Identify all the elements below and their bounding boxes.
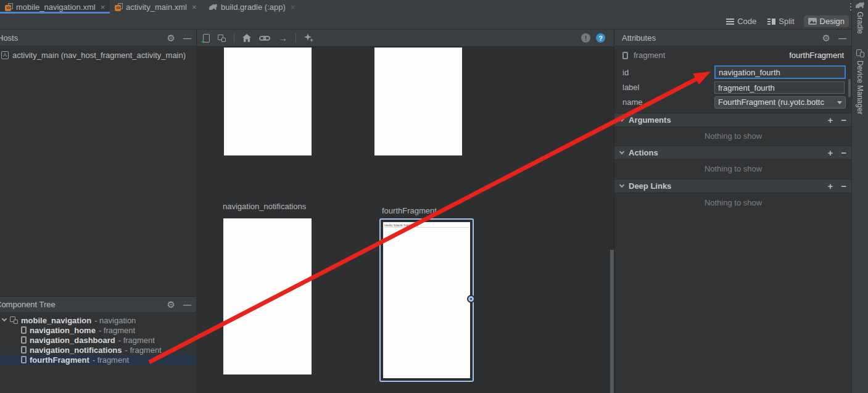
tree-item-name: navigation_dashboard (30, 336, 115, 345)
add-icon[interactable]: + (827, 115, 833, 125)
split-mode-label: Split (779, 17, 794, 26)
section-deep-links[interactable]: Deep Links + − (614, 179, 852, 193)
hosts-panel-header: Hosts ⚙ — (0, 30, 196, 46)
design-icon (808, 18, 817, 25)
fragment-preview-text: Hello blank fragment (384, 223, 469, 228)
navigation-graph-canvas[interactable]: navigation_notifications fourthFragment … (196, 47, 614, 393)
editor-tab-bar: <> mobile_navigation.xml × <> activity_m… (0, 0, 851, 14)
deep-links-empty-text: Nothing to show (614, 198, 852, 207)
arguments-empty-text: Nothing to show (614, 131, 852, 141)
tool-window-strip: Gradle Device Manager (851, 0, 868, 393)
nested-graph-icon[interactable] (218, 35, 226, 42)
toolbar-separator (296, 33, 296, 43)
hide-panel-icon[interactable]: — (183, 33, 191, 43)
auto-arrange-icon[interactable] (304, 33, 313, 43)
section-arguments[interactable]: Arguments + − (614, 113, 852, 127)
fragment-icon (21, 356, 27, 363)
gradle-tool-button[interactable]: Gradle (852, 2, 868, 34)
home-icon[interactable] (242, 34, 251, 42)
tree-item-type: - navigation (94, 316, 136, 325)
activity-icon: A (1, 51, 9, 59)
id-field-label: id (622, 68, 629, 77)
chevron-down-icon[interactable] (2, 316, 7, 321)
attributes-scrollbar[interactable] (848, 79, 851, 97)
help-icon[interactable]: ? (596, 33, 605, 43)
tree-item-type: - fragment (118, 336, 155, 345)
design-mode-button[interactable]: Design (804, 15, 849, 27)
deep-link-icon[interactable] (259, 35, 270, 41)
destination-label-fourth[interactable]: fourthFragment (382, 206, 437, 215)
tree-item-type: - fragment (99, 326, 135, 335)
actions-empty-text: Nothing to show (614, 164, 852, 173)
gear-icon[interactable]: ⚙ (167, 300, 175, 309)
warning-icon[interactable]: ! (581, 33, 590, 43)
tree-item-name: mobile_navigation (21, 316, 91, 325)
device-manager-tool-button[interactable]: Device Manager (852, 49, 868, 114)
hosts-panel-title: Hosts (0, 33, 18, 43)
chevron-down-icon (619, 149, 624, 154)
tree-item-type: - fragment (125, 345, 162, 355)
tree-item-navigation-home[interactable]: navigation_home - fragment (0, 325, 196, 335)
host-item-label: activity_main (nav_host_fragment_activit… (12, 51, 186, 60)
host-item-activity-main[interactable]: A activity_main (nav_host_fragment_activ… (0, 46, 196, 60)
remove-icon[interactable]: − (841, 147, 846, 158)
id-input[interactable] (714, 65, 846, 79)
tab-label: activity_main.xml (126, 2, 187, 12)
new-destination-icon[interactable]: + (203, 34, 210, 43)
fragment-icon (21, 336, 27, 344)
tab-activity-main[interactable]: <> activity_main.xml × (110, 0, 204, 14)
add-icon[interactable]: + (827, 147, 833, 158)
gear-icon[interactable]: ⚙ (822, 33, 830, 43)
tree-item-type: - fragment (93, 355, 129, 365)
destination-preview-dashboard[interactable] (374, 48, 462, 155)
component-tree-panel: Component Tree ⚙ — mobile_navigation - n… (0, 296, 196, 393)
tab-build-gradle[interactable]: build.gradle (:app) × (204, 0, 297, 14)
device-manager-tool-label: Device Manager (856, 60, 864, 114)
name-dropdown[interactable]: FourthFragment (ru.yotc.bottc (714, 96, 846, 109)
hide-panel-icon[interactable]: — (183, 300, 191, 309)
tab-mobile-navigation[interactable]: <> mobile_navigation.xml × (0, 0, 110, 14)
tree-item-navigation-dashboard[interactable]: navigation_dashboard - fragment (0, 335, 196, 345)
chevron-down-icon (837, 101, 842, 104)
close-icon[interactable]: × (291, 2, 296, 12)
tree-item-name: fourthFragment (30, 355, 89, 365)
close-icon[interactable]: × (192, 2, 197, 12)
fragment-icon (21, 346, 27, 354)
tree-item-navigation-notifications[interactable]: navigation_notifications - fragment (0, 345, 196, 355)
remove-icon[interactable]: − (841, 181, 846, 191)
destination-label-notifications[interactable]: navigation_notifications (223, 202, 306, 211)
remove-icon[interactable]: − (841, 115, 846, 125)
chevron-down-icon (619, 117, 624, 122)
tree-item-mobile-navigation[interactable]: mobile_navigation - navigation (0, 315, 196, 325)
tab-label: build.gradle (:app) (221, 2, 286, 12)
component-tree-title: Component Tree (0, 300, 56, 309)
hosts-panel: Hosts ⚙ — A activity_main (nav_host_frag… (0, 30, 196, 296)
fragment-icon (21, 326, 27, 334)
add-icon[interactable]: + (827, 181, 833, 191)
editor-mode-row: Code Split Design (0, 14, 851, 30)
close-icon[interactable]: × (101, 2, 105, 12)
component-id: fourthFragment (789, 51, 844, 60)
label-input[interactable] (714, 81, 845, 94)
tree-item-name: navigation_notifications (30, 345, 122, 355)
section-title: Deep Links (629, 181, 671, 191)
split-mode-button[interactable]: Split (766, 15, 796, 27)
design-mode-label: Design (820, 17, 845, 26)
component-tree: mobile_navigation - navigation navigatio… (0, 313, 196, 365)
destination-preview-fourth-selected[interactable]: Hello blank fragment (379, 218, 474, 382)
component-tree-header: Component Tree ⚙ — (0, 296, 196, 313)
selection-action-handle[interactable] (468, 296, 474, 302)
destination-preview-home[interactable] (224, 48, 312, 155)
destination-preview-notifications[interactable] (223, 218, 312, 374)
navigation-graph-icon (10, 316, 18, 324)
section-title: Actions (629, 148, 658, 157)
code-mode-button[interactable]: Code (724, 15, 758, 27)
section-actions[interactable]: Actions + − (614, 146, 852, 160)
tree-item-fourth-fragment[interactable]: fourthFragment - fragment (0, 355, 196, 365)
gradle-tool-label: Gradle (856, 12, 864, 34)
action-arrow-icon[interactable]: → (278, 33, 287, 43)
hide-panel-icon[interactable]: — (838, 33, 846, 43)
device-manager-icon (856, 49, 864, 57)
android-studio-navigation-editor: <> mobile_navigation.xml × <> activity_m… (0, 0, 868, 393)
gear-icon[interactable]: ⚙ (167, 33, 175, 43)
